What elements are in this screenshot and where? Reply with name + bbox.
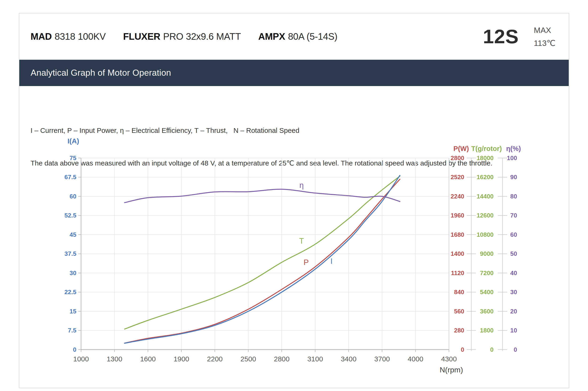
curve-label-P: P (304, 258, 309, 267)
right-tick-label: 18000 (476, 154, 493, 162)
max-temp-value: 113℃ (534, 37, 556, 49)
curve-P (124, 179, 400, 343)
x-axis-title: N(rpm) (440, 366, 463, 374)
x-tick-label: 1000 (73, 355, 89, 363)
right-tick-label: 280 (454, 327, 464, 334)
chart-svg: 07.51522.53037.54552.56067.575I(A)028056… (19, 132, 569, 384)
x-tick-label: 4300 (441, 355, 457, 363)
right-tick-label: 10 (510, 327, 517, 334)
x-tick-label: 3100 (307, 355, 323, 363)
curve-T (124, 176, 400, 329)
right-tick-label: 100 (507, 154, 517, 162)
right-tick-label: 20 (510, 308, 517, 315)
right-tick-label: 0 (514, 346, 517, 353)
max-temp-block: MAX 113℃ (534, 24, 556, 49)
right-tick-label: 3600 (480, 308, 494, 315)
right-tick-label: 40 (510, 270, 517, 277)
right-tick-label: 90 (510, 174, 517, 181)
right-tick-label: 80 (510, 193, 517, 200)
x-tick-label: 3700 (374, 355, 390, 363)
left-tick-label: 37.5 (64, 250, 76, 257)
x-tick-label: 1300 (107, 355, 122, 363)
left-tick-label: 22.5 (64, 289, 76, 295)
left-tick-label: 75 (70, 154, 76, 162)
section-banner: Analytical Graph of Motor Operation (19, 60, 569, 86)
right-axis-title: η(%) (506, 145, 521, 152)
left-tick-label: 60 (70, 193, 76, 200)
product-motor: MAD8318 100KV (31, 31, 106, 42)
right-tick-label: 1400 (451, 250, 464, 257)
right-tick-label: 60 (510, 231, 517, 238)
left-tick-label: 45 (70, 231, 76, 238)
left-tick-label: 67.5 (64, 174, 76, 181)
x-tick-label: 2500 (240, 355, 256, 363)
curve-label-eta: η (299, 181, 304, 189)
left-tick-label: 0 (73, 346, 76, 353)
motor-report-page: MAD8318 100KV FLUXERPRO 32x9.6 MATT AMPX… (0, 0, 588, 391)
right-tick-label: 16200 (476, 174, 493, 181)
chart-area: 07.51522.53037.54552.56067.575I(A)028056… (19, 132, 569, 384)
product-motor-detail: 8318 100KV (55, 31, 106, 42)
product-esc-brand: AMPX (258, 31, 285, 42)
right-axis-title: T(g/rotor) (471, 145, 502, 152)
product-esc-detail: 80A (5-14S) (288, 31, 337, 42)
product-motor-brand: MAD (31, 31, 52, 42)
right-tick-label: 30 (510, 289, 517, 295)
x-tick-label: 3400 (341, 355, 356, 363)
right-tick-label: 14400 (476, 193, 493, 200)
product-propeller-detail: PRO 32x9.6 MATT (163, 31, 241, 42)
right-tick-label: 12600 (476, 212, 493, 219)
x-tick-label: 1600 (140, 355, 156, 363)
curve-eta (124, 189, 400, 203)
right-tick-label: 50 (510, 250, 517, 257)
right-tick-label: 7200 (480, 270, 494, 277)
curve-label-I: I (331, 257, 333, 266)
right-tick-label: 1120 (451, 270, 464, 277)
x-tick-label: 1900 (174, 355, 189, 363)
right-tick-label: 0 (461, 346, 464, 353)
right-tick-label: 0 (490, 346, 493, 353)
right-axis-title: P(W) (454, 145, 469, 152)
left-tick-label: 15 (70, 308, 76, 315)
right-tick-label: 1680 (451, 231, 464, 238)
battery-info: 12S MAX 113℃ (483, 24, 556, 49)
left-axis-title: I(A) (68, 137, 79, 145)
right-tick-label: 560 (454, 308, 464, 315)
product-esc: AMPX80A (5-14S) (258, 31, 338, 42)
left-tick-label: 30 (70, 270, 76, 277)
right-tick-label: 70 (510, 212, 517, 219)
right-tick-label: 5400 (480, 289, 494, 295)
right-tick-label: 2800 (451, 154, 464, 162)
curve-I (124, 175, 400, 343)
product-propeller-brand: FLUXER (123, 31, 160, 42)
report-header: MAD8318 100KV FLUXERPRO 32x9.6 MATT AMPX… (19, 13, 569, 60)
right-tick-label: 840 (454, 289, 464, 295)
right-tick-label: 9000 (480, 250, 494, 257)
report-card: MAD8318 100KV FLUXERPRO 32x9.6 MATT AMPX… (19, 13, 569, 388)
right-tick-label: 1800 (480, 327, 494, 334)
right-tick-label: 1960 (451, 212, 464, 219)
product-list: MAD8318 100KV FLUXERPRO 32x9.6 MATT AMPX… (31, 31, 338, 42)
left-tick-label: 52.5 (64, 212, 76, 219)
x-tick-label: 2800 (274, 355, 290, 363)
x-tick-label: 4000 (408, 355, 423, 363)
right-tick-label: 10800 (476, 231, 493, 238)
right-tick-label: 2520 (451, 174, 464, 181)
max-label: MAX (534, 24, 556, 36)
left-tick-label: 7.5 (68, 327, 76, 334)
right-tick-label: 2240 (451, 193, 464, 200)
section-title: Analytical Graph of Motor Operation (31, 68, 171, 78)
x-tick-label: 2200 (207, 355, 223, 363)
battery-cells: 12S (483, 25, 519, 48)
curve-label-T: T (299, 237, 304, 245)
product-propeller: FLUXERPRO 32x9.6 MATT (123, 31, 241, 42)
